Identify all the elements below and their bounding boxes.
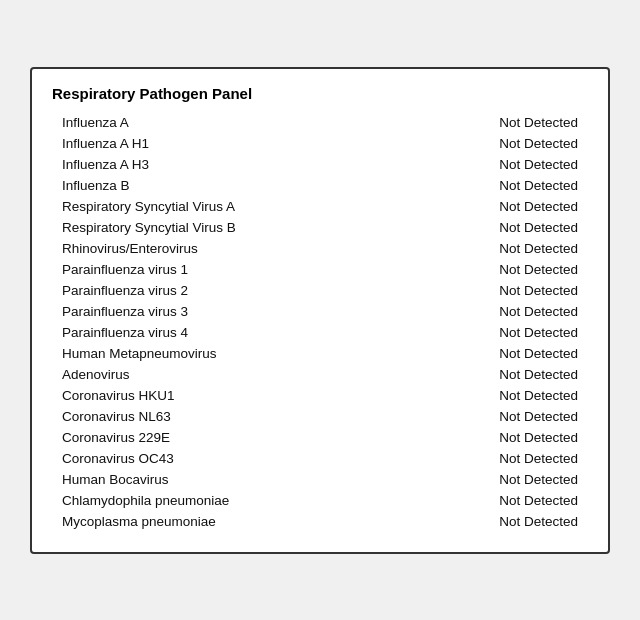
pathogen-name: Parainfluenza virus 1 [52, 262, 188, 277]
panel-row: Human BocavirusNot Detected [52, 469, 588, 490]
panel-row: Parainfluenza virus 2Not Detected [52, 280, 588, 301]
pathogen-name: Parainfluenza virus 2 [52, 283, 188, 298]
pathogen-name: Parainfluenza virus 3 [52, 304, 188, 319]
panel-row: Respiratory Syncytial Virus ANot Detecte… [52, 196, 588, 217]
pathogen-status: Not Detected [499, 325, 588, 340]
pathogen-status: Not Detected [499, 115, 588, 130]
panel-row: Coronavirus HKU1Not Detected [52, 385, 588, 406]
pathogen-status: Not Detected [499, 283, 588, 298]
pathogen-name: Influenza A H3 [52, 157, 149, 172]
pathogen-name: Respiratory Syncytial Virus B [52, 220, 236, 235]
panel-row: Chlamydophila pneumoniaeNot Detected [52, 490, 588, 511]
pathogen-name: Human Bocavirus [52, 472, 169, 487]
respiratory-pathogen-panel: Respiratory Pathogen Panel Influenza ANo… [30, 67, 610, 554]
panel-row: Human MetapneumovirusNot Detected [52, 343, 588, 364]
pathogen-status: Not Detected [499, 199, 588, 214]
pathogen-status: Not Detected [499, 304, 588, 319]
pathogen-name: Chlamydophila pneumoniae [52, 493, 229, 508]
pathogen-status: Not Detected [499, 178, 588, 193]
pathogen-status: Not Detected [499, 157, 588, 172]
pathogen-name: Coronavirus HKU1 [52, 388, 175, 403]
panel-title: Respiratory Pathogen Panel [52, 85, 588, 102]
panel-rows: Influenza ANot DetectedInfluenza A H1Not… [52, 112, 588, 532]
panel-row: Mycoplasma pneumoniaeNot Detected [52, 511, 588, 532]
pathogen-status: Not Detected [499, 262, 588, 277]
pathogen-name: Respiratory Syncytial Virus A [52, 199, 235, 214]
panel-row: Respiratory Syncytial Virus BNot Detecte… [52, 217, 588, 238]
panel-row: Rhinovirus/EnterovirusNot Detected [52, 238, 588, 259]
panel-row: Parainfluenza virus 1Not Detected [52, 259, 588, 280]
pathogen-name: Coronavirus OC43 [52, 451, 174, 466]
panel-row: Coronavirus NL63Not Detected [52, 406, 588, 427]
pathogen-status: Not Detected [499, 514, 588, 529]
pathogen-status: Not Detected [499, 220, 588, 235]
pathogen-name: Coronavirus NL63 [52, 409, 171, 424]
pathogen-status: Not Detected [499, 136, 588, 151]
pathogen-name: Influenza B [52, 178, 130, 193]
pathogen-status: Not Detected [499, 346, 588, 361]
pathogen-status: Not Detected [499, 451, 588, 466]
pathogen-status: Not Detected [499, 388, 588, 403]
panel-row: Influenza ANot Detected [52, 112, 588, 133]
panel-row: Influenza A H1Not Detected [52, 133, 588, 154]
pathogen-status: Not Detected [499, 430, 588, 445]
pathogen-name: Rhinovirus/Enterovirus [52, 241, 198, 256]
pathogen-status: Not Detected [499, 409, 588, 424]
pathogen-status: Not Detected [499, 241, 588, 256]
panel-row: Coronavirus OC43Not Detected [52, 448, 588, 469]
pathogen-status: Not Detected [499, 472, 588, 487]
pathogen-status: Not Detected [499, 493, 588, 508]
pathogen-name: Influenza A [52, 115, 129, 130]
panel-row: Influenza BNot Detected [52, 175, 588, 196]
panel-row: Influenza A H3Not Detected [52, 154, 588, 175]
pathogen-name: Influenza A H1 [52, 136, 149, 151]
panel-row: Parainfluenza virus 3Not Detected [52, 301, 588, 322]
pathogen-name: Coronavirus 229E [52, 430, 170, 445]
pathogen-name: Human Metapneumovirus [52, 346, 217, 361]
panel-row: Parainfluenza virus 4Not Detected [52, 322, 588, 343]
panel-row: AdenovirusNot Detected [52, 364, 588, 385]
panel-row: Coronavirus 229ENot Detected [52, 427, 588, 448]
pathogen-name: Parainfluenza virus 4 [52, 325, 188, 340]
pathogen-status: Not Detected [499, 367, 588, 382]
pathogen-name: Adenovirus [52, 367, 130, 382]
pathogen-name: Mycoplasma pneumoniae [52, 514, 216, 529]
